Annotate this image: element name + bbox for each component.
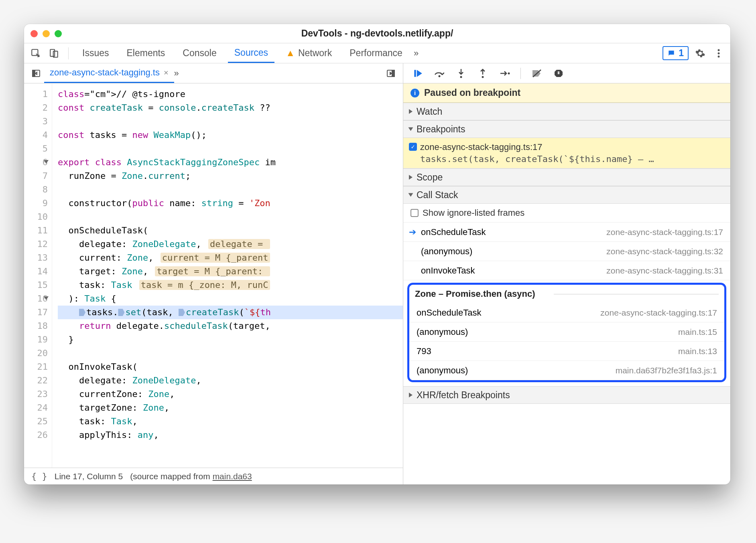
- call-stack-frame[interactable]: (anonymous)main.da63f7b2fe3f1fa3.js:1: [409, 361, 724, 380]
- svg-point-11: [439, 75, 441, 77]
- section-callstack[interactable]: Call Stack: [403, 186, 730, 204]
- frame-name: 793: [417, 346, 431, 357]
- step-over-icon[interactable]: [434, 68, 445, 79]
- file-tab-label: zone-async-stack-tagging.ts: [50, 67, 160, 78]
- pretty-print-icon[interactable]: { }: [31, 471, 47, 481]
- frame-location: main.da63f7b2fe3f1fa3.js:1: [616, 366, 717, 375]
- section-scope-label: Scope: [417, 172, 443, 183]
- code-content[interactable]: class="cm">// @ts-ignoreconst createTask…: [52, 83, 403, 468]
- section-watch-label: Watch: [417, 106, 442, 117]
- svg-point-13: [482, 76, 484, 78]
- close-window-button[interactable]: [30, 30, 38, 37]
- inspect-element-icon[interactable]: [29, 47, 43, 60]
- section-scope[interactable]: Scope: [403, 168, 730, 186]
- resume-icon[interactable]: [412, 68, 423, 79]
- window-controls: [30, 30, 62, 37]
- tab-performance[interactable]: Performance: [343, 43, 409, 63]
- section-breakpoints[interactable]: Breakpoints: [403, 120, 730, 138]
- more-tabs-icon[interactable]: »: [414, 48, 419, 59]
- warning-icon: ▲: [286, 48, 295, 59]
- tab-performance-label: Performance: [350, 48, 402, 59]
- breakpoint-checkbox[interactable]: ✓: [409, 143, 417, 151]
- svg-rect-9: [392, 70, 394, 77]
- call-stack-frame[interactable]: onInvokeTaskzone-async-stack-tagging.ts:…: [403, 261, 730, 280]
- code-editor[interactable]: 1234567891011121314151617181920212223242…: [24, 83, 403, 468]
- svg-point-5: [718, 55, 720, 57]
- show-ignored-frames[interactable]: Show ignore-listed frames: [403, 204, 730, 223]
- chat-icon: [667, 49, 675, 57]
- step-out-icon[interactable]: [477, 68, 488, 79]
- tab-sources-label: Sources: [234, 47, 268, 58]
- tab-network-label: Network: [298, 48, 332, 59]
- content: zone-async-stack-tagging.ts × » 12345678…: [24, 63, 730, 484]
- tab-elements[interactable]: Elements: [120, 43, 171, 63]
- call-stack-frame[interactable]: ➔onScheduleTaskzone-async-stack-tagging.…: [403, 223, 730, 242]
- device-toolbar-icon[interactable]: [47, 47, 61, 60]
- close-tab-icon[interactable]: ×: [164, 68, 169, 77]
- feedback-badge[interactable]: 1: [663, 46, 689, 60]
- frame-location: zone-async-stack-tagging.ts:17: [600, 308, 717, 318]
- kebab-menu-icon[interactable]: [712, 47, 726, 60]
- breakpoint-location: zone-async-stack-tagging.ts:17: [420, 142, 723, 152]
- async-stack-group: Zone – Promise.then (async) onScheduleTa…: [407, 283, 726, 382]
- tab-network[interactable]: ▲ Network: [279, 43, 338, 63]
- chevron-right-icon: [409, 393, 413, 397]
- line-gutter[interactable]: 1234567891011121314151617181920212223242…: [24, 83, 52, 468]
- minimize-window-button[interactable]: [43, 30, 50, 37]
- pause-on-exceptions-icon[interactable]: [553, 68, 564, 79]
- step-icon[interactable]: [499, 68, 510, 79]
- svg-point-3: [718, 49, 720, 51]
- settings-icon[interactable]: [693, 47, 707, 60]
- current-frame-icon: ➔: [409, 227, 416, 237]
- file-tab-active[interactable]: zone-async-stack-tagging.ts ×: [44, 63, 174, 83]
- devtools-window: DevTools - ng-devtools.netlify.app/ Issu…: [24, 24, 730, 484]
- frame-location: main.ts:15: [678, 327, 717, 337]
- call-stack-frame[interactable]: onScheduleTaskzone-async-stack-tagging.t…: [409, 303, 724, 322]
- navigator-toggle-icon[interactable]: [28, 65, 44, 81]
- tab-issues-label: Issues: [82, 48, 109, 59]
- file-tabs: zone-async-stack-tagging.ts × »: [24, 63, 403, 83]
- frame-name: onScheduleTask: [417, 308, 481, 318]
- tab-elements-label: Elements: [126, 48, 165, 59]
- deactivate-breakpoints-icon[interactable]: [531, 68, 543, 79]
- frame-location: zone-async-stack-tagging.ts:31: [606, 266, 723, 276]
- debugger-panel: i Paused on breakpoint Watch Breakpoints…: [403, 63, 730, 484]
- section-callstack-label: Call Stack: [417, 190, 458, 201]
- more-file-tabs-icon[interactable]: »: [174, 68, 179, 79]
- call-stack-frame[interactable]: (anonymous)zone-async-stack-tagging.ts:3…: [403, 242, 730, 261]
- tab-console-label: Console: [183, 48, 216, 59]
- section-breakpoints-label: Breakpoints: [417, 124, 465, 135]
- section-watch[interactable]: Watch: [403, 103, 730, 120]
- svg-rect-16: [559, 71, 559, 74]
- cursor-position: Line 17, Column 5: [55, 472, 123, 481]
- chevron-right-icon: [409, 109, 413, 114]
- show-ignored-label: Show ignore-listed frames: [423, 208, 524, 218]
- breakpoint-code: tasks.set(task, createTask(`${this.name}…: [420, 154, 723, 164]
- zoom-window-button[interactable]: [55, 30, 62, 37]
- svg-rect-15: [558, 71, 559, 74]
- main-tabs: Issues Elements Console Sources ▲ Networ…: [24, 43, 730, 63]
- step-into-icon[interactable]: [455, 68, 467, 79]
- titlebar: DevTools - ng-devtools.netlify.app/: [24, 24, 730, 43]
- frame-name: (anonymous): [417, 365, 468, 376]
- tab-issues[interactable]: Issues: [76, 43, 115, 63]
- frame-name: (anonymous): [421, 246, 472, 257]
- checkbox[interactable]: [411, 209, 419, 217]
- debugger-toggle-icon[interactable]: [383, 65, 399, 81]
- section-xhr-label: XHR/fetch Breakpoints: [417, 390, 510, 401]
- call-stack-frame[interactable]: (anonymous)main.ts:15: [409, 322, 724, 342]
- async-stack-label: Zone – Promise.then (async): [409, 285, 724, 303]
- info-icon: i: [411, 89, 419, 97]
- tab-sources[interactable]: Sources: [228, 43, 274, 63]
- svg-point-14: [508, 72, 510, 74]
- chevron-right-icon: [409, 175, 413, 180]
- section-xhr-breakpoints[interactable]: XHR/fetch Breakpoints: [403, 386, 730, 404]
- source-map-link[interactable]: main.da63: [213, 472, 252, 481]
- tab-console[interactable]: Console: [176, 43, 223, 63]
- svg-rect-1: [50, 49, 55, 56]
- chevron-down-icon: [408, 128, 413, 131]
- svg-point-12: [460, 76, 462, 78]
- call-stack-frame[interactable]: 793main.ts:13: [409, 342, 724, 361]
- svg-point-4: [718, 52, 720, 54]
- breakpoint-item[interactable]: ✓ zone-async-stack-tagging.ts:17 tasks.s…: [403, 138, 730, 168]
